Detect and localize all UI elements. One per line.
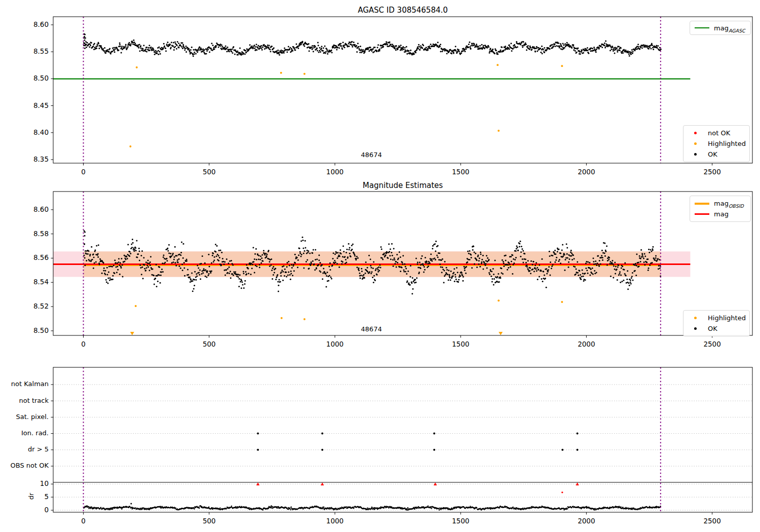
y-tick-label: 8.55 xyxy=(0,47,49,55)
legend-row: Highlighted xyxy=(688,138,745,149)
x-tick-label: 500 xyxy=(203,340,216,348)
plot-border xyxy=(53,367,752,512)
dr-tick-label: 0 xyxy=(0,506,49,514)
y-tick-label: 8.56 xyxy=(0,253,49,261)
flag-event-points xyxy=(257,433,578,451)
legend-row: magAGASC xyxy=(695,23,746,32)
plot-title-magnitude-estimates: Magnitude Estimates xyxy=(363,181,443,190)
legend-label-mag-obsid: magOBSID xyxy=(714,200,744,207)
legend-row: Highlighted xyxy=(688,313,745,323)
obsid-label-top: 48674 xyxy=(361,151,382,159)
y-axis-ticks xyxy=(51,210,54,331)
x-tick-label: 1500 xyxy=(452,168,469,176)
x-axis-ticks xyxy=(84,512,712,515)
plot-title-agasc: AGASC ID 308546584.0 xyxy=(358,6,448,15)
x-tick-label: 500 xyxy=(203,517,216,525)
red-line-sample xyxy=(695,213,709,215)
x-axis-ticks xyxy=(84,335,712,338)
dr-axis-label: dr xyxy=(27,489,35,504)
x-tick-label: 2000 xyxy=(578,340,595,348)
not-ok-marker-sample xyxy=(694,132,697,134)
below-range-markers xyxy=(130,332,503,335)
highlighted-marker-sample xyxy=(694,142,697,145)
x-tick-label: 1000 xyxy=(326,168,344,176)
x-tick-label: 0 xyxy=(81,168,86,176)
x-tick-label: 0 xyxy=(81,340,86,348)
x-tick-label: 1000 xyxy=(326,340,344,348)
legend-label-ok: OK xyxy=(708,150,717,158)
legend-mid-markers: Highlighted OK xyxy=(683,310,750,336)
y-tick-label: 8.50 xyxy=(0,74,49,82)
y-tick-label: 8.45 xyxy=(0,101,49,109)
flag-label-not-kalman: not Kalman xyxy=(0,380,49,388)
legend-label-mag-agasc: magAGASC xyxy=(714,24,745,32)
y-tick-label: 8.60 xyxy=(0,205,49,213)
flag-label-dr-gt-5: dr > 5 xyxy=(0,445,49,453)
legend-mag-obsid: magOBSID mag xyxy=(690,196,751,222)
triangle-down-marker xyxy=(499,332,503,335)
ok-marker-sample xyxy=(694,327,697,330)
green-line-sample xyxy=(695,27,709,29)
x-tick-label: 2500 xyxy=(703,168,720,176)
legend-row: OK xyxy=(688,323,745,334)
triangle-up-marker xyxy=(321,482,324,485)
figure-root: 050010001500200025008.358.408.458.508.55… xyxy=(0,0,760,532)
x-tick-label: 2000 xyxy=(578,168,595,176)
legend-row: not OK xyxy=(688,128,745,138)
flag-label-obs-not-ok: OBS not OK xyxy=(0,462,49,469)
legend-label-ok: OK xyxy=(708,325,717,332)
highlighted-scatter xyxy=(135,299,563,320)
plot-border xyxy=(53,17,752,163)
x-tick-label: 2000 xyxy=(578,517,595,525)
figure-canvas xyxy=(0,0,760,532)
legend-row: magOBSID xyxy=(695,198,746,209)
obsid-label-mid: 48674 xyxy=(361,325,382,333)
ok-scatter xyxy=(83,33,662,57)
x-tick-label: 2500 xyxy=(703,517,720,525)
highlighted-scatter xyxy=(129,64,563,147)
highlighted-marker-sample xyxy=(694,317,697,319)
dr-tick-label: 10 xyxy=(0,479,49,487)
flag-label-ion-rad: Ion. rad. xyxy=(0,429,49,437)
x-axis-ticks xyxy=(84,163,712,166)
chart-layer xyxy=(0,0,760,532)
orange-line-sample xyxy=(695,203,709,205)
legend-top-markers: not OK Highlighted OK xyxy=(683,125,750,162)
y-tick-label: 8.54 xyxy=(0,278,49,286)
obsid-boundary-vlines xyxy=(84,17,661,163)
x-tick-label: 2500 xyxy=(703,340,720,348)
obsid-boundary-vlines xyxy=(84,367,661,512)
triangle-down-marker xyxy=(130,332,134,335)
y-tick-label: 8.52 xyxy=(0,302,49,310)
y-tick-label: 8.40 xyxy=(0,128,49,136)
flag-label-not-track: not track xyxy=(0,397,49,404)
legend-row: OK xyxy=(688,149,745,160)
y-tick-label: 8.60 xyxy=(0,20,49,28)
legend-label-mag: mag xyxy=(714,210,729,218)
legend-row: mag xyxy=(695,209,746,219)
ok-marker-sample xyxy=(694,153,697,156)
triangle-up-marker xyxy=(576,482,579,485)
x-tick-label: 500 xyxy=(203,168,216,176)
y-tick-label: 8.35 xyxy=(0,155,49,163)
y-axis-ticks xyxy=(51,25,54,160)
legend-label-highlighted: Highlighted xyxy=(708,314,746,322)
y-tick-label: 8.50 xyxy=(0,326,49,334)
legend-label-not-ok: not OK xyxy=(708,129,730,137)
dr-tick-label: 5 xyxy=(0,492,49,501)
flag-gridlines xyxy=(51,385,753,510)
legend-mag-agasc: magAGASC xyxy=(690,21,751,35)
y-tick-label: 8.58 xyxy=(0,230,49,238)
flag-label-sat-pixel: Sat. pixel. xyxy=(0,413,49,421)
legend-label-highlighted: Highlighted xyxy=(708,140,746,147)
x-tick-label: 0 xyxy=(81,517,86,525)
x-tick-label: 1500 xyxy=(452,517,469,525)
dr-scatter xyxy=(83,503,661,511)
x-tick-label: 1500 xyxy=(452,340,469,348)
x-tick-label: 1000 xyxy=(326,517,344,525)
